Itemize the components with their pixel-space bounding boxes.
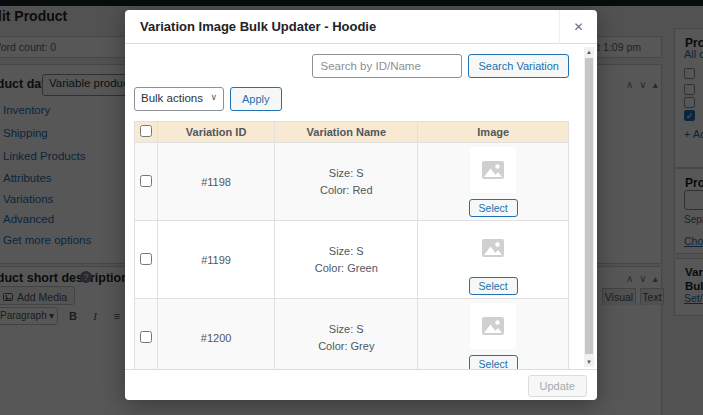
close-icon[interactable]: ✕: [559, 10, 597, 44]
search-variation-button[interactable]: Search Variation: [468, 54, 569, 78]
variation-id: #1198: [158, 143, 275, 221]
scroll-up-icon[interactable]: ▲: [584, 47, 594, 57]
row-checkbox[interactable]: [140, 253, 152, 265]
variation-id: #1199: [158, 221, 275, 299]
select-image-button[interactable]: Select: [469, 199, 518, 217]
chevron-down-icon: ∨: [210, 92, 217, 106]
variation-size: Size: S: [275, 165, 417, 182]
image-cell: Select: [418, 221, 569, 299]
bulk-actions-label: Bulk actions: [141, 92, 203, 106]
variation-color: Color: Grey: [275, 338, 417, 355]
modal-body: Search Variation Bulk actions ∨ Apply Va…: [125, 45, 597, 369]
variation-id: #1200: [158, 299, 275, 370]
bulk-actions-select[interactable]: Bulk actions ∨: [134, 87, 224, 111]
variation-size: Size: S: [275, 321, 417, 338]
image-placeholder: [470, 303, 516, 349]
row-checkbox[interactable]: [140, 331, 152, 343]
search-row: Search Variation: [134, 53, 569, 79]
scrollbar-thumb[interactable]: [585, 58, 593, 354]
column-header-image: Image: [418, 122, 569, 143]
table-row: #1200 Size: S Color: Grey Select: [135, 299, 569, 370]
variation-color: Color: Red: [275, 182, 417, 199]
modal-title: Variation Image Bulk Updater - Hoodie: [125, 10, 597, 44]
variation-bulk-updater-modal: Variation Image Bulk Updater - Hoodie ✕ …: [125, 10, 597, 400]
image-placeholder-icon: [481, 238, 505, 258]
table-row: #1199 Size: S Color: Green Select: [135, 221, 569, 299]
table-row: #1198 Size: S Color: Red Select: [135, 143, 569, 221]
modal-footer: Update: [125, 369, 597, 400]
scroll-down-icon[interactable]: ▼: [584, 357, 594, 367]
column-header-variation-id: Variation ID: [158, 122, 275, 143]
column-header-variation-name: Variation Name: [275, 122, 418, 143]
apply-button[interactable]: Apply: [230, 87, 282, 111]
image-placeholder-icon: [481, 160, 505, 180]
search-input[interactable]: [312, 54, 462, 78]
modal-header: Variation Image Bulk Updater - Hoodie ✕: [125, 10, 597, 44]
screen: Edit Product Word count: 0 Last edited o…: [0, 0, 703, 415]
image-placeholder: [470, 147, 516, 193]
variations-table: Variation ID Variation Name Image #1198 …: [134, 121, 569, 369]
select-all-checkbox[interactable]: [140, 125, 152, 137]
image-cell: Select: [418, 299, 569, 370]
row-checkbox[interactable]: [140, 175, 152, 187]
image-placeholder-icon: [481, 316, 505, 336]
update-button[interactable]: Update: [528, 375, 587, 397]
select-image-button[interactable]: Select: [469, 277, 518, 295]
modal-scrollbar[interactable]: ▲ ▼: [584, 47, 594, 367]
image-placeholder: [470, 225, 516, 271]
variation-size: Size: S: [275, 243, 417, 260]
table-header-row: Variation ID Variation Name Image: [135, 122, 569, 143]
variation-name: Size: S Color: Red: [275, 143, 418, 221]
bulk-actions-row: Bulk actions ∨ Apply: [134, 87, 569, 111]
variation-name: Size: S Color: Green: [275, 221, 418, 299]
variation-name: Size: S Color: Grey: [275, 299, 418, 370]
variation-color: Color: Green: [275, 260, 417, 277]
select-image-button[interactable]: Select: [469, 355, 518, 370]
image-cell: Select: [418, 143, 569, 221]
